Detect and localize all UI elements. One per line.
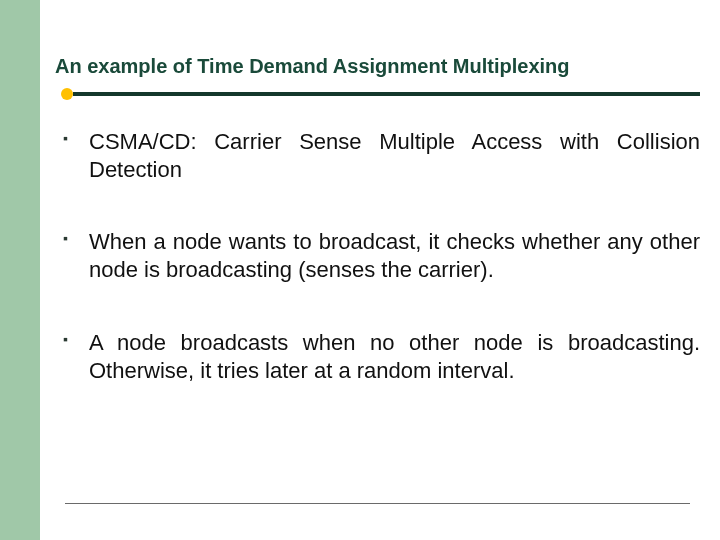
bottom-rule bbox=[65, 503, 690, 504]
title-dot-icon bbox=[61, 88, 73, 100]
bullet-list: CSMA/CD: Carrier Sense Multiple Access w… bbox=[55, 128, 700, 385]
list-item: When a node wants to broadcast, it check… bbox=[55, 228, 700, 284]
slide-title: An example of Time Demand Assignment Mul… bbox=[55, 55, 700, 78]
list-item: A node broadcasts when no other node is … bbox=[55, 329, 700, 385]
title-rule-line bbox=[73, 92, 700, 96]
slide-content: An example of Time Demand Assignment Mul… bbox=[55, 0, 700, 429]
list-item: CSMA/CD: Carrier Sense Multiple Access w… bbox=[55, 128, 700, 184]
title-divider bbox=[55, 86, 700, 104]
left-accent-bar bbox=[0, 0, 40, 540]
